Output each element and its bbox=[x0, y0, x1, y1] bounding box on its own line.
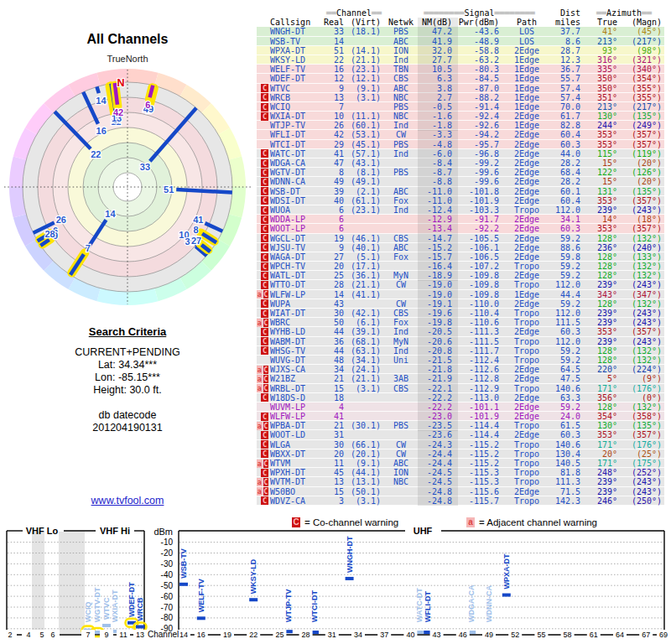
cell-miles: 61.7 bbox=[547, 112, 584, 121]
cell-path: Tropo bbox=[507, 318, 547, 327]
co-channel-warning-icon: C bbox=[263, 487, 269, 496]
cell-azimuth-true: 316° bbox=[584, 55, 617, 65]
cell-real-channel: 14 bbox=[324, 37, 346, 46]
cell-power: -92.2 bbox=[458, 224, 507, 233]
col-pwr: Pwr(dBm) bbox=[458, 18, 507, 27]
cell-miles: 60.1 bbox=[547, 187, 584, 196]
cell-callsign: WPBA-DT bbox=[270, 421, 324, 430]
cell-path: Tropo bbox=[507, 280, 547, 289]
cell-real-channel: 47 bbox=[324, 158, 346, 168]
warning-markers: C bbox=[257, 337, 270, 346]
cell-miles: 28.2 bbox=[547, 158, 584, 168]
cell-miles: 59.2 bbox=[547, 402, 584, 412]
table-row: WUVM-LP4-22.2-101.12Edge59.2128°(132°) bbox=[257, 402, 664, 412]
co-channel-warning-icon: C bbox=[261, 469, 268, 477]
signal-bar bbox=[249, 598, 257, 601]
cell-azimuth-true: 128° bbox=[584, 356, 617, 365]
cell-virtual-channel: (21.1) bbox=[346, 55, 384, 65]
cell-network: CBS bbox=[384, 384, 418, 393]
cell-azimuth-true: 41° bbox=[584, 27, 617, 36]
cell-virtual-channel: (24.1) bbox=[346, 365, 384, 374]
table-row: aCWPBA-DT21(30.1)PBS-23.5-114.4Tropo61.5… bbox=[257, 421, 664, 430]
signal-bar bbox=[136, 625, 144, 628]
cell-path: Tropo bbox=[507, 468, 547, 477]
cell-callsign: WJSU-TV bbox=[270, 243, 324, 252]
channel-tick-label: 16 bbox=[197, 631, 205, 639]
bar-station-label: WATC-DT bbox=[415, 588, 424, 622]
cell-azimuth-magn: (357°) bbox=[617, 327, 664, 336]
cell-network: NBC bbox=[384, 112, 418, 121]
cell-real-channel: 22 bbox=[324, 55, 346, 65]
cell-network bbox=[384, 412, 418, 421]
cell-azimuth-magn: (243°) bbox=[617, 318, 664, 327]
table-row: WKSY-LD22(21.1)Ind27.7-63.21Edge12.3316°… bbox=[257, 55, 664, 65]
cell-noise-margin: -24.8 bbox=[418, 487, 458, 496]
cell-network bbox=[384, 365, 418, 374]
cell-callsign: WPXA-DT bbox=[270, 46, 324, 55]
cell-power: -109.8 bbox=[458, 280, 507, 289]
radar-channel-label: 27 bbox=[191, 236, 201, 246]
cell-noise-margin: -23.6 bbox=[418, 430, 458, 439]
dbm-tick-label: -30 bbox=[161, 559, 174, 569]
cell-azimuth-magn: (18°) bbox=[617, 215, 664, 224]
db-datecode-value: 201204190131 bbox=[0, 422, 255, 434]
cell-noise-margin: -23.0 bbox=[418, 412, 458, 421]
warning-markers: C bbox=[257, 224, 270, 233]
cell-callsign: WYHB-LD bbox=[270, 327, 324, 336]
cell-azimuth-true: 130° bbox=[584, 421, 617, 430]
cell-noise-margin: -13.4 bbox=[418, 224, 458, 233]
cell-miles: 111.3 bbox=[547, 477, 584, 486]
cell-miles: 59.8 bbox=[547, 252, 584, 262]
cell-azimuth-magn: (135°) bbox=[617, 187, 664, 196]
cell-azimuth-magn: (224°) bbox=[617, 365, 664, 374]
warning-markers: C bbox=[257, 112, 270, 121]
cell-real-channel: 15 bbox=[324, 487, 346, 496]
cell-real-channel: 45 bbox=[324, 468, 346, 477]
cell-path: Tropo bbox=[507, 421, 547, 430]
bar-station-label: WTJP-TV bbox=[284, 589, 293, 623]
cell-power: -109.8 bbox=[458, 271, 507, 280]
co-channel-warning-icon: C bbox=[261, 440, 268, 449]
cell-miles: 60.3 bbox=[547, 224, 584, 233]
cell-noise-margin: -12.9 bbox=[418, 215, 458, 224]
signal-strength-chart: VHF LoVHF HiWCIQWGTV-DTWTVCWXIA-DTWDEF-D… bbox=[0, 517, 671, 644]
co-channel-warning-icon: C bbox=[261, 178, 268, 186]
cell-real-channel: 30 bbox=[324, 309, 346, 318]
cell-noise-margin: -8.4 bbox=[418, 158, 458, 168]
warning-markers bbox=[257, 46, 270, 55]
cell-miles: 112.0 bbox=[547, 205, 584, 215]
cell-power: -112.9 bbox=[458, 384, 507, 393]
cell-miles: 34.1 bbox=[547, 215, 584, 224]
table-row: CWIAT-DT30(42.1)CBS-19.6-110.4Tropo112.0… bbox=[257, 309, 664, 318]
dbm-tick-label: -50 bbox=[161, 581, 174, 590]
cell-network: Fox bbox=[384, 196, 418, 205]
cell-azimuth-magn: (243°) bbox=[617, 487, 664, 496]
chart-legend: C = Co-channel warning a = Adjacent chan… bbox=[0, 517, 671, 529]
cell-callsign: WELF-TV bbox=[270, 65, 324, 74]
cell-azimuth-true: 353° bbox=[584, 130, 617, 139]
cell-azimuth-true: 239° bbox=[584, 487, 617, 496]
page-title: All Channels bbox=[0, 32, 255, 47]
radar-channel-label: 14 bbox=[96, 96, 107, 106]
channel-tick-label: 37 bbox=[380, 631, 388, 639]
cell-network: PBS bbox=[384, 421, 418, 430]
cell-path: 2Edge bbox=[507, 327, 547, 336]
cell-noise-margin: -22.1 bbox=[418, 384, 458, 393]
cell-path: 2Edge bbox=[507, 487, 547, 496]
cell-callsign: WTVM bbox=[270, 459, 324, 468]
cell-callsign: WOOT-LP bbox=[270, 224, 324, 233]
site-link[interactable]: www.tvfool.com bbox=[0, 495, 255, 506]
cell-miles: 59.2 bbox=[547, 356, 584, 365]
co-channel-warning-icon: C bbox=[261, 187, 268, 195]
cell-virtual-channel: (66.1) bbox=[346, 440, 384, 449]
station-table: ══Channel══════════Signal════════Dist══A… bbox=[257, 8, 664, 506]
cell-azimuth-true: 14° bbox=[584, 215, 617, 224]
cell-azimuth-magn: (98°) bbox=[617, 46, 664, 55]
cell-power: -110.6 bbox=[458, 318, 507, 327]
cell-noise-margin: 6.3 bbox=[418, 74, 458, 83]
radar-plot: 3314512216129137102642414784939661992714… bbox=[0, 67, 260, 314]
warning-markers: C bbox=[257, 93, 270, 102]
cell-callsign: WVTM-DT bbox=[270, 477, 324, 486]
cell-virtual-channel: (9.1) bbox=[346, 84, 384, 93]
warning-markers: C bbox=[257, 205, 270, 215]
